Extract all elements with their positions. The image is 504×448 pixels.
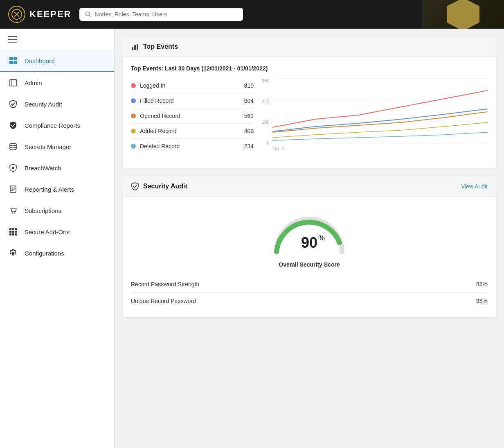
reporting-alerts-icon [8,184,18,194]
sidebar-item-reporting-alerts-label: Reporting & Alerts [25,186,74,193]
sidebar-item-secure-addons[interactable]: Secure Add-Ons [0,221,114,242]
events-layout: Logged In 810 Filled Record 604 Opened R… [131,78,488,160]
svg-rect-23 [9,233,11,235]
svg-rect-25 [15,233,17,235]
svg-point-15 [12,213,13,214]
security-audit-card: Security Audit View Audit 90 % Overall [123,176,496,317]
sidebar-item-dashboard-label: Dashboard [25,57,54,64]
sidebar-item-configurations[interactable]: Configurations [0,242,114,264]
svg-rect-5 [9,61,13,64]
logo-text: KEEPER [29,9,71,20]
metric-row: Unique Record Password 98% [131,293,488,309]
svg-point-10 [12,167,14,169]
promo-hex-icon [447,0,479,29]
sidebar-item-subscriptions-label: Subscriptions [25,207,61,214]
chart-area: 300 200 100 0 [262,78,488,160]
breachwatch-icon [8,163,18,173]
security-metrics: Record Password Strength 88% Unique Reco… [123,276,496,317]
event-row: Opened Record 561 [131,109,254,124]
dashboard-icon [8,56,18,66]
search-icon [85,11,91,18]
sidebar-item-dashboard[interactable]: Dashboard [0,50,114,72]
event-dot [131,113,136,118]
top-events-card: Top Events Top Events: Last 30 Days (12/… [123,37,496,168]
top-events-subtitle: Top Events: Last 30 Days (12/01/2021 - 0… [131,65,488,72]
svg-rect-19 [15,228,17,230]
sidebar-item-compliance-reports[interactable]: Compliance Reports [0,115,114,136]
event-dot [131,83,136,88]
hamburger-icon [8,36,106,43]
svg-rect-6 [14,61,17,64]
svg-rect-21 [12,231,14,233]
security-audit-icon [8,99,18,109]
svg-rect-22 [15,231,17,233]
sidebar-item-admin-label: Admin [25,79,42,86]
main-layout: Dashboard Admin Security Audit [0,29,504,448]
gauge-container: 90 % Overall Security Score [123,197,496,276]
svg-point-16 [14,213,16,214]
svg-text:90: 90 [301,234,317,251]
top-events-header: Top Events [123,37,496,57]
compliance-reports-icon [8,120,18,130]
svg-rect-18 [12,228,14,230]
sidebar-item-security-audit[interactable]: Security Audit [0,93,114,115]
sidebar-item-reporting-alerts[interactable]: Reporting & Alerts [0,179,114,200]
view-audit-link[interactable]: View Audit [461,183,488,190]
event-name: Opened Record [140,113,233,119]
sidebar-item-secrets-manager[interactable]: Secrets Manager [0,136,114,157]
svg-rect-17 [9,228,11,230]
security-audit-body: 90 % Overall Security Score Record Passw… [123,197,496,317]
svg-point-9 [10,143,16,146]
chart-y-label-100: 100 [262,120,269,124]
subscriptions-icon [8,206,18,215]
chart-y-label-300: 300 [262,78,269,83]
sidebar-item-configurations-label: Configurations [25,250,64,257]
security-audit-header-left: Security Audit [131,182,187,190]
security-audit-shield-icon [131,182,139,190]
configurations-icon [8,248,18,258]
metric-value: 98% [476,298,488,304]
event-row: Added Record 409 [131,124,254,139]
logo-icon [8,6,25,23]
sidebar-item-subscriptions[interactable]: Subscriptions [0,200,114,221]
metric-row: Record Password Strength 88% [131,276,488,293]
event-name: Deleted Record [140,143,233,149]
gauge-svg: 90 % [268,209,350,258]
search-input[interactable] [95,11,238,18]
hamburger-button[interactable] [0,29,114,50]
top-events-title: Top Events [143,43,178,50]
metric-label: Unique Record Password [131,298,196,304]
event-count: 561 [237,113,254,119]
top-events-body: Top Events: Last 30 Days (12/01/2021 - 0… [123,57,496,168]
event-name: Added Record [140,128,233,134]
events-list: Logged In 810 Filled Record 604 Opened R… [131,78,254,160]
event-row: Filled Record 604 [131,93,254,109]
svg-text:%: % [318,234,325,242]
security-audit-title: Security Audit [143,183,187,190]
svg-line-2 [89,15,90,16]
event-count: 234 [237,143,254,149]
svg-rect-20 [9,231,11,233]
chart-x-label-dec1: Dec 1 [272,146,488,151]
svg-rect-4 [14,57,17,60]
sidebar-item-admin[interactable]: Admin [0,72,114,93]
secure-addons-icon [8,227,18,237]
sidebar: Dashboard Admin Security Audit [0,29,115,448]
security-audit-header: Security Audit View Audit [123,176,496,197]
event-dot [131,98,136,103]
header-promo [422,0,504,29]
sidebar-item-secure-addons-label: Secure Add-Ons [25,229,70,235]
svg-rect-7 [10,79,16,86]
search-bar[interactable] [79,8,243,21]
app-header: KEEPER [0,0,504,29]
sidebar-item-secrets-manager-label: Secrets Manager [25,143,71,150]
event-row: Logged In 810 [131,78,254,93]
event-dot [131,129,136,133]
svg-rect-27 [134,45,136,50]
event-dot [131,144,136,149]
sidebar-item-breachwatch[interactable]: BreachWatch [0,157,114,179]
secrets-manager-icon [8,142,18,152]
event-count: 409 [237,128,254,134]
metric-value: 88% [476,281,488,287]
event-count: 604 [237,97,254,104]
